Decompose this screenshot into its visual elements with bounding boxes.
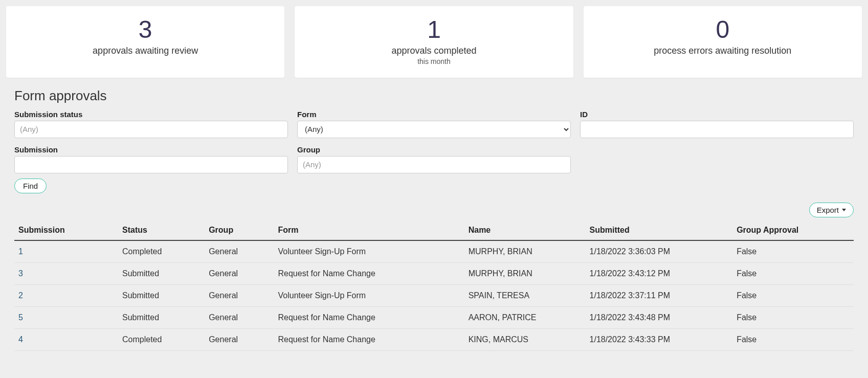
stat-label: process errors awaiting resolution (589, 46, 857, 56)
submission-status-input[interactable] (14, 121, 288, 138)
group-input[interactable] (297, 156, 571, 173)
submission-input[interactable] (14, 156, 288, 173)
cell-form: Volunteer Sign-Up Form (274, 284, 464, 306)
field-label: Form (297, 110, 571, 119)
cell-name: SPAIN, TERESA (464, 284, 586, 306)
export-button[interactable]: Export (809, 203, 854, 217)
cell-group_approval: False (732, 284, 854, 306)
cell-form: Request for Name Change (274, 306, 464, 328)
field-label: Submission (14, 145, 288, 154)
field-label: Group (297, 145, 571, 154)
cell-group_approval: False (732, 306, 854, 328)
table-header-row: Submission Status Group Form Name Submit… (14, 220, 854, 240)
filter-form: Form (Any) (297, 110, 571, 138)
stat-label: approvals completed (300, 46, 568, 56)
cell-group_approval: False (732, 262, 854, 284)
cell-name: MURPHY, BRIAN (464, 262, 586, 284)
cell-status: Completed (118, 240, 205, 263)
stat-label: approvals awaiting review (11, 46, 279, 56)
th-form[interactable]: Form (274, 220, 464, 240)
cell-form: Request for Name Change (274, 262, 464, 284)
th-submitted[interactable]: Submitted (586, 220, 733, 240)
stat-value: 1 (300, 16, 568, 43)
actions-row: Find (6, 173, 862, 193)
stat-card-completed: 1 approvals completed this month (295, 6, 573, 78)
table-row: 4CompletedGeneralRequest for Name Change… (14, 328, 854, 350)
cell-submission[interactable]: 2 (14, 284, 118, 306)
cell-submitted: 1/18/2022 3:36:03 PM (586, 240, 733, 263)
cell-submitted: 1/18/2022 3:43:48 PM (586, 306, 733, 328)
stats-row: 3 approvals awaiting review 1 approvals … (6, 6, 862, 78)
form-select[interactable]: (Any) (297, 121, 571, 138)
section-title: Form approvals (14, 88, 862, 104)
cell-group_approval: False (732, 240, 854, 263)
table-row: 5SubmittedGeneralRequest for Name Change… (14, 306, 854, 328)
cell-submitted: 1/18/2022 3:43:33 PM (586, 328, 733, 350)
id-input[interactable] (580, 121, 854, 138)
cell-submission[interactable]: 5 (14, 306, 118, 328)
field-label: ID (580, 110, 854, 119)
th-status[interactable]: Status (118, 220, 205, 240)
cell-submission[interactable]: 3 (14, 262, 118, 284)
cell-submission[interactable]: 1 (14, 240, 118, 263)
cell-status: Submitted (118, 262, 205, 284)
cell-status: Submitted (118, 306, 205, 328)
filter-submission-status: Submission status (14, 110, 288, 138)
export-row: Export (6, 193, 862, 220)
table-row: 3SubmittedGeneralRequest for Name Change… (14, 262, 854, 284)
filter-submission: Submission (14, 145, 288, 173)
th-name[interactable]: Name (464, 220, 586, 240)
cell-group: General (205, 306, 274, 328)
th-submission[interactable]: Submission (14, 220, 118, 240)
stat-card-errors: 0 process errors awaiting resolution (584, 6, 862, 78)
th-group-approval[interactable]: Group Approval (732, 220, 854, 240)
cell-submission[interactable]: 4 (14, 328, 118, 350)
cell-group: General (205, 262, 274, 284)
find-button[interactable]: Find (14, 179, 47, 193)
table-row: 1CompletedGeneralVolunteer Sign-Up FormM… (14, 240, 854, 263)
export-label: Export (817, 206, 839, 214)
cell-submitted: 1/18/2022 3:43:12 PM (586, 262, 733, 284)
stat-card-awaiting: 3 approvals awaiting review (6, 6, 284, 78)
approvals-table: Submission Status Group Form Name Submit… (14, 220, 854, 351)
cell-group: General (205, 328, 274, 350)
filter-group: Group (297, 145, 571, 173)
table-row: 2SubmittedGeneralVolunteer Sign-Up FormS… (14, 284, 854, 306)
cell-name: AARON, PATRICE (464, 306, 586, 328)
cell-form: Request for Name Change (274, 328, 464, 350)
cell-group_approval: False (732, 328, 854, 350)
caret-down-icon (842, 209, 846, 211)
th-group[interactable]: Group (205, 220, 274, 240)
stat-sub: this month (300, 57, 568, 65)
cell-status: Completed (118, 328, 205, 350)
field-label: Submission status (14, 110, 288, 119)
cell-group: General (205, 240, 274, 263)
cell-submitted: 1/18/2022 3:37:11 PM (586, 284, 733, 306)
cell-name: MURPHY, BRIAN (464, 240, 586, 263)
filters-grid: Submission status Form (Any) ID Submissi… (6, 110, 862, 173)
cell-form: Volunteer Sign-Up Form (274, 240, 464, 263)
cell-name: KING, MARCUS (464, 328, 586, 350)
stat-value: 3 (11, 16, 279, 43)
filter-id: ID (580, 110, 854, 138)
stat-value: 0 (589, 16, 857, 43)
cell-status: Submitted (118, 284, 205, 306)
cell-group: General (205, 284, 274, 306)
